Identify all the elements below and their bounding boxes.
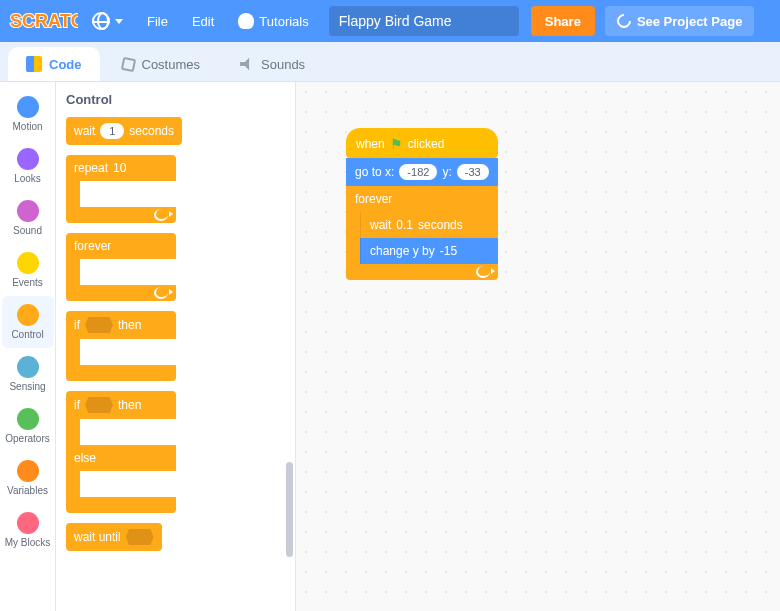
code-icon	[26, 56, 42, 72]
block-if-then-else[interactable]: ifthen else	[66, 391, 176, 513]
events-dot-icon	[17, 252, 39, 274]
looks-dot-icon	[17, 148, 39, 170]
change-y-input[interactable]: -15	[440, 244, 457, 258]
share-button[interactable]: Share	[531, 6, 595, 36]
cat-looks[interactable]: Looks	[2, 140, 54, 192]
tab-costumes[interactable]: Costumes	[104, 47, 219, 81]
editor-tabs: Code Costumes Sounds	[0, 42, 780, 82]
sensing-dot-icon	[17, 356, 39, 378]
block-forever[interactable]: forever	[66, 233, 176, 301]
cat-sensing[interactable]: Sensing	[2, 348, 54, 400]
control-dot-icon	[17, 304, 39, 326]
svg-text:SCRATCH: SCRATCH	[10, 11, 78, 31]
remix-icon	[614, 11, 634, 31]
loop-arrow-icon	[154, 209, 168, 221]
block-change-y-by[interactable]: change y by -15	[360, 238, 498, 264]
repeat-count-input[interactable]: 10	[113, 161, 126, 175]
loop-arrow-icon	[154, 287, 168, 299]
cat-motion[interactable]: Motion	[2, 88, 54, 140]
block-forever-script[interactable]: forever wait 0.1 seconds change y by -15	[346, 186, 498, 280]
cat-events[interactable]: Events	[2, 244, 54, 296]
variables-dot-icon	[17, 460, 39, 482]
boolean-slot[interactable]	[85, 317, 113, 333]
category-column: Motion Looks Sound Events Control Sensin…	[0, 82, 56, 611]
block-repeat[interactable]: repeat10	[66, 155, 176, 223]
block-wait-script[interactable]: wait 0.1 seconds	[360, 212, 498, 238]
block-wait-until[interactable]: wait until	[66, 523, 162, 551]
globe-icon	[92, 12, 110, 30]
block-if-then[interactable]: ifthen	[66, 311, 176, 381]
goto-x-input[interactable]: -182	[399, 164, 437, 180]
cat-myblocks[interactable]: My Blocks	[2, 504, 54, 556]
operators-dot-icon	[17, 408, 39, 430]
block-palette[interactable]: Control wait 1 seconds repeat10 forever …	[56, 82, 296, 611]
wait-seconds-input[interactable]: 0.1	[396, 218, 413, 232]
project-name-input[interactable]	[329, 6, 519, 36]
cat-operators[interactable]: Operators	[2, 400, 54, 452]
tab-sounds[interactable]: Sounds	[222, 47, 323, 81]
wait-seconds-input[interactable]: 1	[100, 123, 124, 139]
block-wait[interactable]: wait 1 seconds	[66, 117, 182, 145]
block-go-to-xy[interactable]: go to x: -182 y: -33	[346, 158, 498, 186]
palette-heading: Control	[66, 92, 285, 107]
goto-y-input[interactable]: -33	[457, 164, 489, 180]
tutorials-button[interactable]: Tutorials	[228, 0, 318, 42]
project-name-field[interactable]	[329, 6, 519, 36]
costumes-icon	[120, 56, 135, 71]
top-menu-bar: SCRATCH File Edit Tutorials Share See Pr…	[0, 0, 780, 42]
boolean-slot[interactable]	[85, 397, 113, 413]
script-stack[interactable]: when ⚑ clicked go to x: -182 y: -33 fore…	[346, 128, 498, 280]
caret-down-icon	[115, 19, 123, 24]
sound-dot-icon	[17, 200, 39, 222]
myblocks-dot-icon	[17, 512, 39, 534]
cat-sound[interactable]: Sound	[2, 192, 54, 244]
edit-menu[interactable]: Edit	[182, 0, 224, 42]
boolean-slot[interactable]	[126, 529, 154, 545]
block-when-flag-clicked[interactable]: when ⚑ clicked	[346, 128, 498, 158]
file-menu[interactable]: File	[137, 0, 178, 42]
language-menu[interactable]	[82, 0, 133, 42]
motion-dot-icon	[17, 96, 39, 118]
green-flag-icon: ⚑	[390, 136, 403, 152]
cat-variables[interactable]: Variables	[2, 452, 54, 504]
loop-arrow-icon	[476, 266, 490, 278]
see-project-page-button[interactable]: See Project Page	[605, 6, 755, 36]
sounds-icon	[240, 57, 254, 71]
tab-code[interactable]: Code	[8, 47, 100, 81]
lightbulb-icon	[238, 13, 254, 29]
script-canvas[interactable]: when ⚑ clicked go to x: -182 y: -33 fore…	[296, 82, 780, 611]
scratch-logo[interactable]: SCRATCH	[8, 7, 78, 35]
palette-scrollbar[interactable]	[286, 462, 293, 557]
cat-control[interactable]: Control	[2, 296, 54, 348]
